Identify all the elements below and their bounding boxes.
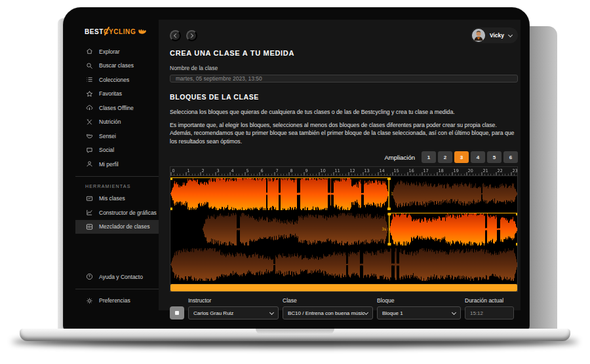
chevron-down-icon <box>269 310 274 315</box>
sidebar-item-label: Buscar clases <box>99 62 134 69</box>
sidebar-item-preferencias[interactable]: Preferencias <box>75 294 159 308</box>
sidebar-item-label: Sensei <box>99 133 116 139</box>
avatar <box>472 29 485 42</box>
search-icon <box>85 62 93 69</box>
list-icon <box>85 76 93 84</box>
user-name: Vicky <box>490 32 504 39</box>
brand-best: BEST <box>85 28 104 35</box>
chevron-down-icon <box>452 310 456 315</box>
sidebar-footer: Ayuda y Contacto Preferencias <box>75 270 159 310</box>
sidebar-item-label: Social <box>99 147 114 153</box>
laptop-base <box>20 329 570 341</box>
class-name-label: Nombre de la clase <box>170 65 518 71</box>
laptop-base-notch <box>256 329 334 335</box>
line-chart-icon <box>85 209 93 217</box>
main-content: Vicky CREA UNA CLASE A TU MEDIDA Nombre … <box>159 20 521 310</box>
zoom-level-5-button[interactable]: 5 <box>487 151 502 163</box>
zoom-level-6-button[interactable]: 6 <box>503 151 518 163</box>
topbar: Vicky <box>170 27 518 43</box>
home-icon <box>85 48 93 56</box>
chat-icon <box>85 146 93 154</box>
sidebar-item-label: Mezclador de clases <box>99 223 149 230</box>
clase-value: BC10 / Entrena con buena música <box>288 310 364 316</box>
bloque-select[interactable]: Bloque 1 <box>377 306 461 319</box>
sidebar-item-label: Constructor de gráficas <box>99 209 157 216</box>
duracion-value: 15:12 <box>470 310 483 316</box>
duracion-field: Duración actual 15:12 <box>465 297 514 319</box>
zoom-level-1-button[interactable]: 1 <box>422 151 436 163</box>
sidebar: BEST CYCLING Explorar Buscar clases <box>75 20 159 310</box>
sidebar-item-mezclador-de-clases[interactable]: Mezclador de clases <box>75 220 159 234</box>
intro-paragraph: Selecciona los bloques que quieras de cu… <box>170 108 518 117</box>
mixer-controls: Instructor Carlos Grau Ruiz Clase BC10 /… <box>170 297 518 319</box>
bloque-field: Bloque Bloque 1 <box>377 297 461 319</box>
sidebar-item-colecciones[interactable]: Colecciones <box>75 73 159 87</box>
stop-button[interactable] <box>170 306 184 319</box>
app-window: BEST CYCLING Explorar Buscar clases <box>75 20 519 310</box>
sidebar-item-ayuda-contacto[interactable]: Ayuda y Contacto <box>75 270 159 284</box>
back-button[interactable] <box>170 30 181 41</box>
tools-header: HERRAMIENTAS <box>75 184 159 189</box>
sidebar-item-mis-clases[interactable]: Mis clases <box>75 192 159 206</box>
page-title: CREA UNA CLASE A TU MEDIDA <box>170 49 518 57</box>
sidebar-item-constructor-graficas[interactable]: Constructor de gráficas <box>75 206 159 220</box>
sidebar-item-label: Favoritas <box>99 90 122 97</box>
instructor-label: Instructor <box>188 297 279 304</box>
laptop-screen: BEST CYCLING Explorar Buscar clases <box>64 8 529 330</box>
sidebar-item-buscar-clases[interactable]: Buscar clases <box>75 59 159 73</box>
sidebar-item-label: Preferencias <box>99 297 130 304</box>
zoom-label: Ampliación <box>385 154 415 161</box>
clase-select[interactable]: BC10 / Entrena con buena música <box>283 306 373 319</box>
sidebar-item-sensei[interactable]: Sensei <box>75 129 159 143</box>
clase-label: Clase <box>283 297 373 304</box>
forward-button[interactable] <box>186 30 197 41</box>
stop-icon <box>175 311 179 315</box>
sidebar-item-mi-perfil[interactable]: Mi perfil <box>75 157 159 172</box>
zoom-level-4-button[interactable]: 4 <box>471 151 485 163</box>
mixer-scrollbar-thumb[interactable] <box>170 284 517 291</box>
class-name-input[interactable] <box>170 75 518 82</box>
brand-logo[interactable]: BEST CYCLING <box>85 27 159 35</box>
hand-icon <box>85 132 93 140</box>
help-icon <box>85 273 93 281</box>
sidebar-item-label: Mis clases <box>99 195 125 202</box>
gear-icon <box>85 297 93 304</box>
laptop-edge-right <box>528 26 557 329</box>
stage: BEST CYCLING Explorar Buscar clases <box>0 0 590 364</box>
info-paragraph: Es importante que, al elegir los bloques… <box>170 121 518 146</box>
duracion-label: Duración actual <box>465 297 514 304</box>
person-icon <box>85 160 93 168</box>
zoom-controls: Ampliación 1 2 3 4 5 6 <box>170 151 518 163</box>
zoom-level-2-button[interactable]: 2 <box>438 151 452 163</box>
section-title: BLOQUES DE LA CLASE <box>170 93 518 101</box>
sidebar-item-label: Explorar <box>99 48 120 55</box>
sidebar-item-explorar[interactable]: Explorar <box>75 45 159 59</box>
sidebar-item-clases-offline[interactable]: Clases Offline <box>75 101 159 115</box>
chevron-left-icon <box>174 33 178 37</box>
classes-board-icon <box>85 194 93 202</box>
sidebar-item-social[interactable]: Social <box>75 143 159 158</box>
sidebar-item-nutricion[interactable]: Nutrición <box>75 115 159 130</box>
mixer-panel <box>170 166 518 292</box>
bloque-value: Bloque 1 <box>382 310 452 316</box>
waveform-canvas[interactable] <box>170 167 517 283</box>
sidebar-item-label: Colecciones <box>99 77 129 83</box>
utensils-icon <box>85 118 93 126</box>
chevron-down-icon <box>508 32 513 37</box>
cloud-download-icon <box>85 104 93 112</box>
star-icon <box>85 90 93 98</box>
duracion-value-box: 15:12 <box>465 306 514 319</box>
sidebar-item-label: Clases Offline <box>99 105 134 111</box>
sidebar-item-label: Nutrición <box>99 118 121 125</box>
zoom-level-3-button[interactable]: 3 <box>454 151 469 163</box>
instructor-field: Instructor Carlos Grau Ruiz <box>188 297 279 319</box>
sidebar-item-label: Ayuda y Contacto <box>99 274 143 280</box>
sidebar-divider <box>75 289 159 289</box>
user-menu[interactable]: Vicky <box>471 27 518 43</box>
shaka-logo-icon <box>138 27 148 35</box>
instructor-select[interactable]: Carlos Grau Ruiz <box>188 306 279 319</box>
mixer-scrollbar[interactable] <box>170 283 517 291</box>
instructor-value: Carlos Grau Ruiz <box>193 310 270 316</box>
clase-field: Clase BC10 / Entrena con buena música <box>283 297 373 319</box>
sidebar-item-favoritas[interactable]: Favoritas <box>75 87 159 101</box>
